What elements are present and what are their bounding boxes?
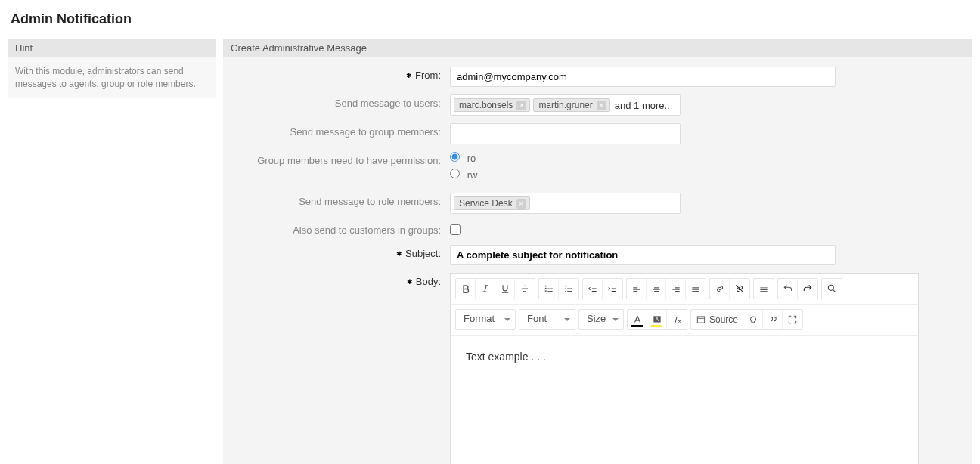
indent-button[interactable] (603, 279, 622, 299)
bold-button[interactable] (456, 279, 476, 299)
special-char-button[interactable] (743, 310, 763, 329)
svg-rect-6 (697, 317, 704, 323)
remove-tag-icon[interactable]: × (597, 101, 606, 110)
svg-point-3 (828, 285, 833, 290)
user-tag-label: martin.gruner (538, 100, 592, 110)
page-title: Admin Notification (11, 11, 972, 27)
outdent-button[interactable] (583, 279, 603, 299)
main-header: Create Administrative Message (223, 39, 972, 57)
remove-format-button[interactable] (667, 310, 687, 329)
role-tag-label: Service Desk (459, 198, 513, 209)
body-editor: Format Font Size A (450, 273, 919, 464)
label-body: Body: (238, 273, 450, 287)
source-button[interactable]: Source (691, 310, 743, 329)
label-to-customers: Also send to customers in groups: (238, 221, 450, 236)
radio-ro-label: ro (467, 153, 476, 164)
more-users-text: and 1 more... (613, 100, 673, 111)
italic-button[interactable] (476, 279, 495, 299)
radio-ro-input[interactable] (450, 152, 460, 162)
user-tag-label: marc.bonsels (459, 100, 513, 110)
user-tag[interactable]: marc.bonsels × (454, 98, 530, 112)
font-select[interactable]: Font (519, 309, 575, 330)
unordered-list-button[interactable] (559, 279, 578, 299)
roles-input[interactable]: Service Desk × (450, 193, 681, 214)
main-panel: Create Administrative Message From: Send… (223, 39, 972, 464)
find-button[interactable] (822, 279, 842, 299)
permission-radio-rw[interactable]: rw (450, 169, 919, 181)
remove-tag-icon[interactable]: × (516, 101, 526, 110)
editor-toolbar-row1 (451, 274, 918, 305)
text-color-button[interactable] (628, 310, 647, 329)
size-select[interactable]: Size (578, 309, 624, 330)
label-subject: Subject: (238, 245, 450, 259)
redo-button[interactable] (798, 279, 817, 299)
body-content: Text example . . . (466, 351, 546, 363)
label-to-users: Send message to users: (238, 94, 450, 109)
customers-checkbox[interactable] (450, 224, 461, 235)
svg-text:A: A (655, 317, 659, 322)
groups-input[interactable] (450, 123, 681, 144)
background-color-button[interactable]: A (647, 310, 667, 329)
align-left-button[interactable] (627, 279, 647, 299)
strikethrough-button[interactable] (515, 279, 535, 299)
subject-input[interactable] (450, 245, 836, 265)
user-tag[interactable]: martin.gruner × (533, 98, 609, 112)
radio-rw-label: rw (467, 169, 478, 181)
label-from: From: (238, 67, 450, 81)
remove-tag-icon[interactable]: × (516, 199, 526, 209)
editor-toolbar-row2: Format Font Size A (451, 305, 918, 336)
maximize-button[interactable] (783, 310, 802, 329)
ordered-list-button[interactable] (539, 279, 559, 299)
unlink-button[interactable] (730, 279, 749, 299)
link-button[interactable] (710, 279, 730, 299)
hint-header: Hint (8, 39, 216, 57)
format-select[interactable]: Format (455, 309, 516, 330)
align-justify-button[interactable] (686, 279, 706, 299)
body-textarea[interactable]: Text example . . . ◢ (451, 336, 918, 464)
label-permission: Group members need to have permission: (238, 152, 450, 166)
label-to-roles: Send message to role members: (238, 193, 450, 207)
svg-point-0 (565, 286, 566, 287)
align-right-button[interactable] (666, 279, 686, 299)
undo-button[interactable] (778, 279, 798, 299)
svg-point-2 (565, 291, 566, 292)
from-input[interactable] (450, 67, 836, 87)
users-input[interactable]: marc.bonsels × martin.gruner × and 1 mor… (450, 94, 681, 116)
role-tag[interactable]: Service Desk × (454, 196, 530, 210)
hint-body: With this module, administrators can sen… (8, 57, 216, 98)
radio-rw-input[interactable] (450, 169, 460, 178)
horizontal-rule-button[interactable] (754, 279, 774, 299)
underline-button[interactable] (495, 279, 515, 299)
svg-point-1 (565, 288, 566, 289)
hint-panel: Hint With this module, administrators ca… (8, 39, 216, 98)
align-center-button[interactable] (647, 279, 666, 299)
source-button-label: Source (709, 314, 738, 325)
permission-radio-ro[interactable]: ro (450, 152, 919, 164)
blockquote-button[interactable] (763, 310, 783, 329)
label-to-groups: Send message to group members: (238, 123, 450, 138)
